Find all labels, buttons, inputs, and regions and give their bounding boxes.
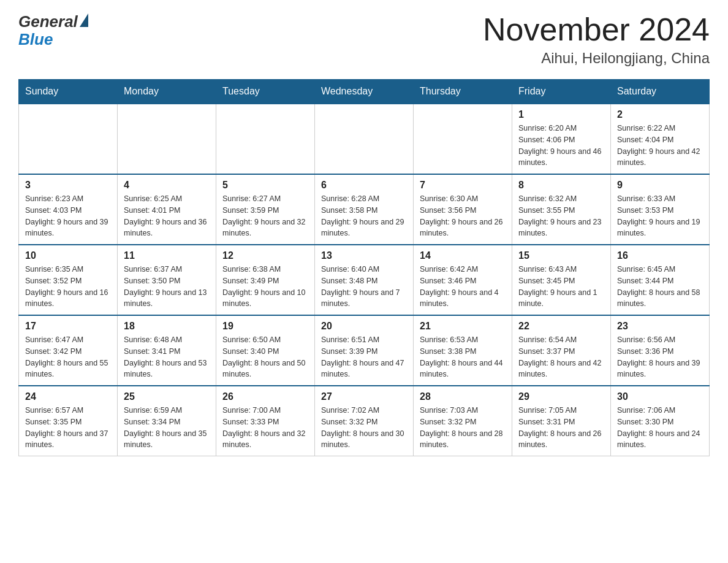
- day-number: 3: [25, 180, 111, 191]
- day-number: 12: [222, 250, 308, 261]
- calendar-subtitle: Aihui, Heilongjiang, China: [483, 50, 710, 67]
- day-info: Sunrise: 6:42 AM Sunset: 3:46 PM Dayligh…: [420, 264, 506, 310]
- week-row-1: 1Sunrise: 6:20 AM Sunset: 4:06 PM Daylig…: [19, 104, 710, 174]
- day-number: 28: [420, 391, 506, 402]
- day-number: 22: [518, 321, 604, 332]
- day-number: 8: [518, 180, 604, 191]
- day-cell-empty: [414, 104, 512, 174]
- day-cell-22: 22Sunrise: 6:54 AM Sunset: 3:37 PM Dayli…: [512, 315, 611, 386]
- page-header: General Blue November 2024 Aihui, Heilon…: [18, 12, 710, 67]
- day-number: 13: [321, 250, 407, 261]
- day-number: 10: [25, 250, 111, 261]
- day-number: 6: [321, 180, 407, 191]
- logo: General Blue: [18, 12, 88, 49]
- day-number: 23: [617, 321, 703, 332]
- day-number: 27: [321, 391, 407, 402]
- day-info: Sunrise: 6:25 AM Sunset: 4:01 PM Dayligh…: [124, 193, 210, 239]
- calendar-title: November 2024: [483, 12, 710, 47]
- day-cell-11: 11Sunrise: 6:37 AM Sunset: 3:50 PM Dayli…: [118, 245, 216, 315]
- day-number: 5: [222, 180, 308, 191]
- day-info: Sunrise: 6:35 AM Sunset: 3:52 PM Dayligh…: [25, 264, 111, 310]
- col-header-wednesday: Wednesday: [315, 80, 414, 104]
- day-info: Sunrise: 6:50 AM Sunset: 3:40 PM Dayligh…: [222, 334, 308, 380]
- day-info: Sunrise: 6:57 AM Sunset: 3:35 PM Dayligh…: [25, 405, 111, 451]
- col-header-monday: Monday: [118, 80, 216, 104]
- day-info: Sunrise: 6:54 AM Sunset: 3:37 PM Dayligh…: [518, 334, 604, 380]
- day-number: 18: [124, 321, 210, 332]
- day-cell-29: 29Sunrise: 7:05 AM Sunset: 3:31 PM Dayli…: [512, 386, 611, 456]
- day-number: 1: [518, 109, 604, 120]
- day-number: 2: [617, 109, 703, 120]
- logo-blue-text: Blue: [18, 30, 53, 49]
- day-number: 30: [617, 391, 703, 402]
- day-number: 17: [25, 321, 111, 332]
- col-header-tuesday: Tuesday: [216, 80, 315, 104]
- day-cell-3: 3Sunrise: 6:23 AM Sunset: 4:03 PM Daylig…: [19, 174, 118, 245]
- day-info: Sunrise: 6:28 AM Sunset: 3:58 PM Dayligh…: [321, 193, 407, 239]
- day-cell-6: 6Sunrise: 6:28 AM Sunset: 3:58 PM Daylig…: [315, 174, 414, 245]
- day-cell-10: 10Sunrise: 6:35 AM Sunset: 3:52 PM Dayli…: [19, 245, 118, 315]
- day-info: Sunrise: 7:03 AM Sunset: 3:32 PM Dayligh…: [420, 405, 506, 451]
- calendar-header-row: Sunday Monday Tuesday Wednesday Thursday…: [19, 80, 710, 104]
- day-cell-30: 30Sunrise: 7:06 AM Sunset: 3:30 PM Dayli…: [611, 386, 710, 456]
- day-info: Sunrise: 6:33 AM Sunset: 3:53 PM Dayligh…: [617, 193, 703, 239]
- day-info: Sunrise: 6:43 AM Sunset: 3:45 PM Dayligh…: [518, 264, 604, 310]
- day-cell-13: 13Sunrise: 6:40 AM Sunset: 3:48 PM Dayli…: [315, 245, 414, 315]
- day-cell-8: 8Sunrise: 6:32 AM Sunset: 3:55 PM Daylig…: [512, 174, 611, 245]
- day-cell-2: 2Sunrise: 6:22 AM Sunset: 4:04 PM Daylig…: [611, 104, 710, 174]
- day-info: Sunrise: 6:47 AM Sunset: 3:42 PM Dayligh…: [25, 334, 111, 380]
- day-number: 19: [222, 321, 308, 332]
- day-cell-4: 4Sunrise: 6:25 AM Sunset: 4:01 PM Daylig…: [118, 174, 216, 245]
- calendar-table: Sunday Monday Tuesday Wednesday Thursday…: [18, 79, 710, 456]
- day-number: 15: [518, 250, 604, 261]
- day-cell-17: 17Sunrise: 6:47 AM Sunset: 3:42 PM Dayli…: [19, 315, 118, 386]
- day-info: Sunrise: 6:51 AM Sunset: 3:39 PM Dayligh…: [321, 334, 407, 380]
- col-header-sunday: Sunday: [19, 80, 118, 104]
- week-row-4: 17Sunrise: 6:47 AM Sunset: 3:42 PM Dayli…: [19, 315, 710, 386]
- day-cell-1: 1Sunrise: 6:20 AM Sunset: 4:06 PM Daylig…: [512, 104, 611, 174]
- title-block: November 2024 Aihui, Heilongjiang, China: [483, 12, 710, 67]
- week-row-3: 10Sunrise: 6:35 AM Sunset: 3:52 PM Dayli…: [19, 245, 710, 315]
- day-info: Sunrise: 6:32 AM Sunset: 3:55 PM Dayligh…: [518, 193, 604, 239]
- day-info: Sunrise: 6:45 AM Sunset: 3:44 PM Dayligh…: [617, 264, 703, 310]
- day-number: 25: [124, 391, 210, 402]
- day-info: Sunrise: 7:05 AM Sunset: 3:31 PM Dayligh…: [518, 405, 604, 451]
- day-number: 20: [321, 321, 407, 332]
- day-cell-21: 21Sunrise: 6:53 AM Sunset: 3:38 PM Dayli…: [414, 315, 512, 386]
- day-number: 11: [124, 250, 210, 261]
- day-number: 16: [617, 250, 703, 261]
- day-cell-23: 23Sunrise: 6:56 AM Sunset: 3:36 PM Dayli…: [611, 315, 710, 386]
- day-cell-9: 9Sunrise: 6:33 AM Sunset: 3:53 PM Daylig…: [611, 174, 710, 245]
- day-cell-16: 16Sunrise: 6:45 AM Sunset: 3:44 PM Dayli…: [611, 245, 710, 315]
- day-cell-20: 20Sunrise: 6:51 AM Sunset: 3:39 PM Dayli…: [315, 315, 414, 386]
- day-info: Sunrise: 6:48 AM Sunset: 3:41 PM Dayligh…: [124, 334, 210, 380]
- day-info: Sunrise: 7:00 AM Sunset: 3:33 PM Dayligh…: [222, 405, 308, 451]
- day-cell-empty: [315, 104, 414, 174]
- logo-triangle-icon: [80, 13, 88, 27]
- day-cell-7: 7Sunrise: 6:30 AM Sunset: 3:56 PM Daylig…: [414, 174, 512, 245]
- day-info: Sunrise: 6:56 AM Sunset: 3:36 PM Dayligh…: [617, 334, 703, 380]
- week-row-5: 24Sunrise: 6:57 AM Sunset: 3:35 PM Dayli…: [19, 386, 710, 456]
- day-cell-15: 15Sunrise: 6:43 AM Sunset: 3:45 PM Dayli…: [512, 245, 611, 315]
- day-number: 9: [617, 180, 703, 191]
- day-cell-empty: [118, 104, 216, 174]
- day-info: Sunrise: 6:22 AM Sunset: 4:04 PM Dayligh…: [617, 123, 703, 169]
- day-number: 7: [420, 180, 506, 191]
- day-cell-24: 24Sunrise: 6:57 AM Sunset: 3:35 PM Dayli…: [19, 386, 118, 456]
- day-cell-25: 25Sunrise: 6:59 AM Sunset: 3:34 PM Dayli…: [118, 386, 216, 456]
- col-header-saturday: Saturday: [611, 80, 710, 104]
- col-header-friday: Friday: [512, 80, 611, 104]
- day-cell-12: 12Sunrise: 6:38 AM Sunset: 3:49 PM Dayli…: [216, 245, 315, 315]
- day-info: Sunrise: 6:37 AM Sunset: 3:50 PM Dayligh…: [124, 264, 210, 310]
- col-header-thursday: Thursday: [414, 80, 512, 104]
- day-info: Sunrise: 7:06 AM Sunset: 3:30 PM Dayligh…: [617, 405, 703, 451]
- day-number: 21: [420, 321, 506, 332]
- day-info: Sunrise: 6:38 AM Sunset: 3:49 PM Dayligh…: [222, 264, 308, 310]
- day-info: Sunrise: 6:53 AM Sunset: 3:38 PM Dayligh…: [420, 334, 506, 380]
- day-number: 26: [222, 391, 308, 402]
- day-number: 29: [518, 391, 604, 402]
- day-info: Sunrise: 6:59 AM Sunset: 3:34 PM Dayligh…: [124, 405, 210, 451]
- day-cell-18: 18Sunrise: 6:48 AM Sunset: 3:41 PM Dayli…: [118, 315, 216, 386]
- day-info: Sunrise: 6:40 AM Sunset: 3:48 PM Dayligh…: [321, 264, 407, 310]
- day-info: Sunrise: 6:23 AM Sunset: 4:03 PM Dayligh…: [25, 193, 111, 239]
